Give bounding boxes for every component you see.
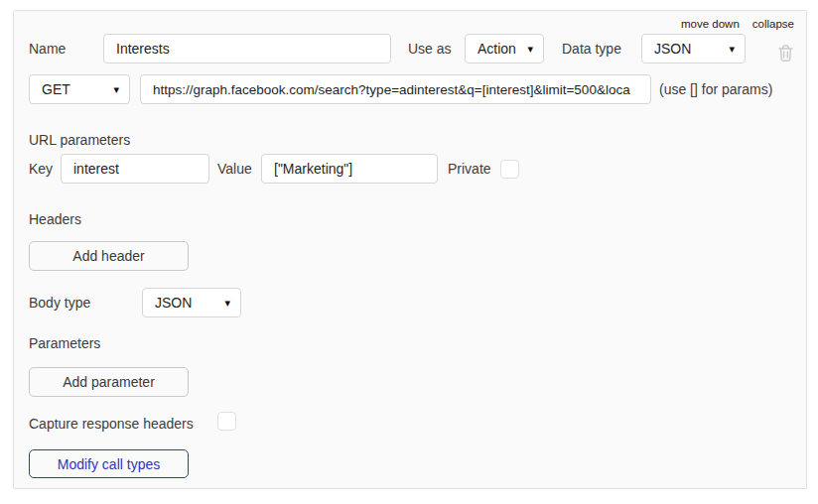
chevron-down-icon: ▾ [113,84,119,95]
add-parameter-button[interactable]: Add parameter [29,367,189,397]
panel-actions: move down collapse [681,18,794,30]
chevron-down-icon: ▾ [527,44,533,55]
name-label: Name [29,34,66,63]
body-type-label: Body type [29,288,90,317]
collapse-link[interactable]: collapse [752,18,794,30]
url-input[interactable] [140,74,651,104]
use-as-selected: Action [477,41,516,57]
params-hint: (use [] for params) [659,74,772,104]
move-down-link[interactable]: move down [681,18,740,30]
param-key-input[interactable] [61,154,209,184]
chevron-down-icon: ▾ [224,298,230,309]
data-type-label: Data type [562,34,621,63]
use-as-dropdown[interactable]: Action ▾ [465,34,544,63]
use-as-label: Use as [408,34,452,63]
value-label: Value [217,154,252,184]
private-label: Private [448,154,491,184]
delete-call-button[interactable] [776,44,795,66]
api-call-panel: move down collapse Name Use as Action ▾ … [13,10,807,489]
url-parameters-title: URL parameters [29,130,130,150]
trash-icon [776,44,795,63]
modify-call-types-button[interactable]: Modify call types [29,449,189,478]
body-type-selected: JSON [155,295,192,311]
key-label: Key [29,154,53,184]
private-checkbox[interactable] [500,160,519,179]
data-type-selected: JSON [654,41,691,57]
capture-response-headers-label: Capture response headers [29,414,194,434]
body-type-dropdown[interactable]: JSON ▾ [142,288,241,317]
capture-response-headers-checkbox[interactable] [217,412,236,431]
http-method-selected: GET [42,81,70,97]
headers-title: Headers [29,209,81,229]
http-method-dropdown[interactable]: GET ▾ [29,74,130,104]
name-input[interactable] [103,34,391,63]
add-header-button[interactable]: Add header [29,241,189,271]
param-value-input[interactable] [261,154,438,184]
data-type-dropdown[interactable]: JSON ▾ [641,34,746,63]
parameters-title: Parameters [29,333,100,353]
chevron-down-icon: ▾ [729,44,735,55]
